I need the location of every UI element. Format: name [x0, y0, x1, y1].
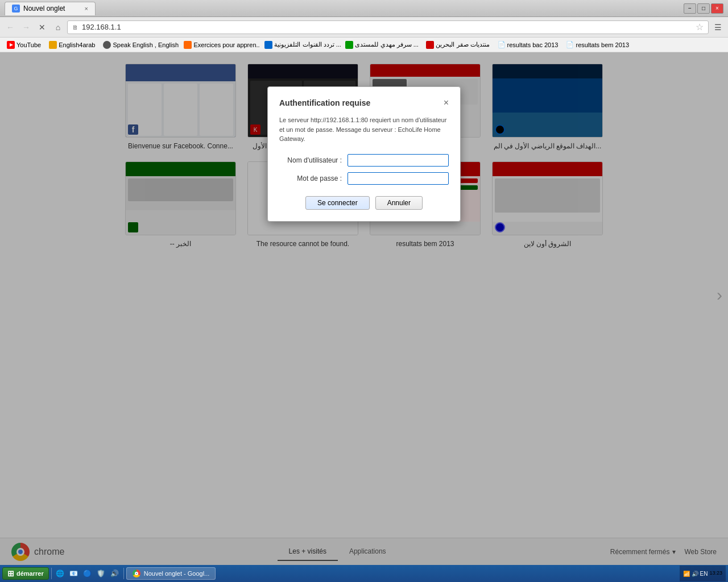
modal-header: Authentification requise × [279, 98, 449, 107]
auth-modal: Authentification requise × Le serveur ht… [267, 86, 461, 222]
bookmark-tv-label: تردد القنوات التلفزيونية ... [274, 41, 341, 48]
tray-icon-volume: 🔊 [692, 571, 698, 577]
password-input[interactable] [348, 172, 449, 185]
titlebar: G Nouvel onglet × − □ × [0, 0, 728, 17]
bookmark-speak-english[interactable]: Speak English , English ... [100, 40, 179, 50]
cancel-button[interactable]: Annuler [375, 196, 423, 210]
taskbar-icon-1[interactable]: 🌐 [54, 567, 67, 580]
taskbar-quick-icons: 🌐 📧 🔵 🛡️ 🔊 [54, 567, 121, 580]
modal-title: Authentification requise [279, 98, 370, 107]
taskbar-icon-2[interactable]: 📧 [68, 567, 80, 580]
taskbar-divider-2 [123, 568, 124, 579]
connect-button[interactable]: Se connecter [305, 196, 370, 210]
english4arab-bookmark-icon [49, 41, 57, 49]
taskbar-task-label: Nouvel onglet - Googl... [144, 570, 210, 577]
password-field: Mot de passe : [279, 172, 449, 185]
tray-icon-lang: EN [700, 571, 708, 577]
bac-bookmark-icon: 📄 [498, 41, 506, 49]
bookmark-bem-label: resultats bem 2013 [576, 41, 629, 48]
password-label: Mot de passe : [279, 174, 342, 182]
address-lock-icon: 🗎 [72, 24, 78, 31]
minimize-button[interactable]: − [684, 3, 696, 14]
bookmark-bac-label: resultats bac 2013 [507, 41, 559, 48]
taskbar: ⊞ démarrer 🌐 📧 🔵 🛡️ 🔊 Nouvel onglet - Go… [0, 565, 728, 582]
bookmark-youtube[interactable]: YouTube [3, 40, 44, 50]
speak-english-bookmark-icon [103, 41, 111, 49]
start-button[interactable]: ⊞ démarrer [2, 567, 49, 580]
windows-logo-icon: ⊞ [7, 569, 14, 578]
taskbar-chrome-inner [135, 572, 138, 575]
bookmark-english4arab[interactable]: English4arab [46, 40, 98, 50]
modal-overlay: Authentification requise × Le serveur ht… [0, 52, 728, 565]
forward-button[interactable]: → [19, 20, 33, 34]
address-text: 192.168.1.1 [82, 23, 121, 31]
reload-button[interactable]: ✕ [35, 20, 49, 34]
bookmark-muntada[interactable]: منتديات صقر البحرين [423, 40, 493, 50]
bookmark-exercices[interactable]: Exercices pour appren... [180, 40, 260, 50]
taskbar-icon-5[interactable]: 🔊 [109, 567, 121, 580]
tab-close-button[interactable]: × [85, 5, 88, 12]
svg-marker-0 [10, 43, 13, 47]
modal-close-button[interactable]: × [444, 98, 449, 107]
taskbar-chrome-icon [133, 569, 140, 577]
clock: 13:23 [709, 570, 722, 577]
bookmark-exercices-label: Exercices pour appren... [193, 41, 260, 48]
clock-time: 13:23 [709, 570, 722, 577]
maximize-button[interactable]: □ [697, 3, 710, 14]
address-bar[interactable]: 🗎 192.168.1.1 ☆ [67, 20, 709, 34]
taskbar-chrome-button[interactable]: Nouvel onglet - Googl... [126, 567, 216, 580]
bookmark-youtube-label: YouTube [16, 41, 41, 48]
bookmark-star-icon[interactable]: ☆ [696, 22, 704, 32]
server-bookmark-icon [345, 41, 353, 49]
modal-buttons: Se connecter Annuler [279, 196, 449, 210]
tv-bookmark-icon [264, 41, 272, 49]
taskbar-icon-4[interactable]: 🛡️ [95, 567, 107, 580]
bookmark-server[interactable]: سرفر مهدي للمستدى ... [342, 40, 421, 50]
taskbar-icon-3[interactable]: 🔵 [81, 567, 94, 580]
back-button[interactable]: ← [3, 20, 17, 34]
system-tray: 📶 🔊 EN 13:23 [680, 566, 726, 581]
active-tab[interactable]: G Nouvel onglet × [5, 2, 96, 15]
settings-button[interactable]: ☰ [711, 20, 725, 34]
start-label: démarrer [16, 570, 44, 577]
exercices-bookmark-icon [184, 41, 192, 49]
home-button[interactable]: ⌂ [51, 20, 65, 34]
username-label: Nom d'utilisateur : [279, 156, 342, 164]
bookmark-speak-english-label: Speak English , English ... [113, 41, 179, 48]
bookmarks-bar: YouTube English4arab Speak English , Eng… [0, 38, 728, 52]
bookmark-server-label: سرفر مهدي للمستدى ... [355, 41, 418, 48]
username-input[interactable] [348, 154, 449, 167]
bookmark-tv[interactable]: تردد القنوات التلفزيونية ... [261, 40, 341, 50]
bookmark-english4arab-label: English4arab [59, 41, 95, 48]
tab-title: Nouvel onglet [23, 5, 65, 13]
window-close-button[interactable]: × [711, 3, 723, 14]
youtube-bookmark-icon [7, 41, 15, 49]
bem-bookmark-icon: 📄 [566, 41, 574, 49]
tray-icon-network: 📶 [683, 571, 690, 577]
window-controls: − □ × [684, 3, 723, 14]
modal-description: Le serveur http://192.168.1.1:80 requier… [279, 115, 449, 144]
taskbar-divider [51, 568, 52, 579]
muntada-bookmark-icon [426, 41, 434, 49]
bookmark-muntada-label: منتديات صقر البحرين [436, 41, 489, 48]
bookmark-bac[interactable]: 📄 resultats bac 2013 [494, 40, 562, 50]
tab-favicon: G [12, 5, 20, 13]
bookmark-bem[interactable]: 📄 resultats bem 2013 [562, 40, 632, 50]
username-field: Nom d'utilisateur : [279, 154, 449, 167]
navigation-bar: ← → ✕ ⌂ 🗎 192.168.1.1 ☆ ☰ [0, 17, 728, 38]
